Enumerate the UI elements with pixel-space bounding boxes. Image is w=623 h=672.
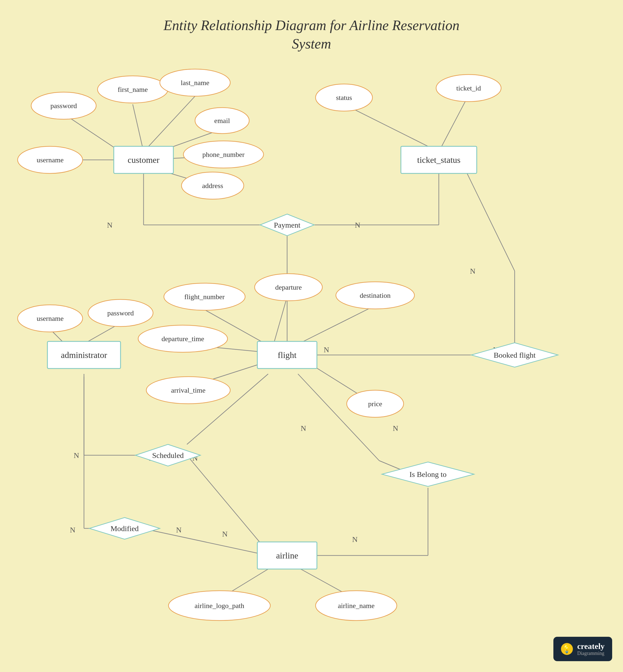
svg-line-10: [439, 100, 466, 152]
svg-text:N: N: [301, 424, 306, 433]
svg-text:N: N: [176, 526, 181, 534]
svg-text:first_name: first_name: [118, 86, 148, 93]
svg-line-17: [274, 297, 287, 344]
svg-text:flight: flight: [278, 350, 296, 360]
logo-icon: 💡: [561, 643, 573, 655]
svg-line-35: [142, 528, 268, 555]
svg-text:N: N: [74, 451, 79, 460]
svg-line-18: [298, 306, 374, 344]
svg-line-23: [298, 374, 379, 461]
er-diagram: N N N N N N N N N N N N N N customer tic…: [0, 0, 623, 672]
svg-text:destination: destination: [360, 292, 391, 299]
svg-text:N: N: [470, 267, 475, 275]
svg-text:Modified: Modified: [111, 524, 139, 533]
svg-text:ticket_status: ticket_status: [417, 155, 461, 165]
svg-text:last_name: last_name: [181, 79, 209, 87]
svg-line-0: [133, 104, 144, 152]
svg-text:phone_number: phone_number: [202, 151, 245, 158]
svg-line-9: [344, 104, 439, 152]
svg-text:ticket_id: ticket_id: [456, 84, 481, 92]
svg-text:username: username: [36, 315, 64, 322]
svg-text:Payment: Payment: [274, 221, 300, 229]
svg-text:password: password: [107, 309, 134, 317]
svg-line-1: [144, 96, 195, 152]
logo-name: creately: [577, 642, 604, 651]
svg-text:password: password: [50, 102, 77, 110]
svg-text:address: address: [202, 182, 223, 190]
svg-text:Is Belong to: Is Belong to: [410, 470, 447, 478]
svg-text:Scheduled: Scheduled: [152, 451, 184, 460]
svg-text:airline_name: airline_name: [338, 602, 375, 610]
svg-line-13: [461, 160, 515, 271]
svg-text:administrator: administrator: [61, 350, 107, 360]
svg-text:arrival_time: arrival_time: [171, 386, 205, 394]
svg-text:N: N: [393, 424, 398, 433]
svg-text:username: username: [36, 156, 64, 164]
svg-text:airline: airline: [276, 551, 298, 560]
svg-text:N: N: [352, 535, 358, 544]
svg-text:status: status: [336, 94, 352, 101]
svg-text:departure: departure: [275, 284, 302, 291]
svg-text:email: email: [214, 117, 230, 125]
svg-text:N: N: [355, 221, 360, 229]
svg-text:customer: customer: [127, 155, 159, 165]
svg-text:N: N: [70, 526, 75, 534]
svg-text:N: N: [222, 530, 228, 538]
svg-text:price: price: [368, 400, 382, 408]
logo-sub: Diagramming: [577, 651, 604, 656]
svg-text:airline_logo_path: airline_logo_path: [195, 602, 244, 610]
svg-text:departure_time: departure_time: [161, 335, 204, 343]
svg-text:N: N: [324, 346, 329, 354]
svg-text:flight_number: flight_number: [184, 293, 225, 301]
svg-text:Booked flight: Booked flight: [494, 351, 536, 359]
creately-logo: 💡 creately Diagramming: [554, 637, 612, 661]
svg-text:N: N: [107, 221, 112, 229]
